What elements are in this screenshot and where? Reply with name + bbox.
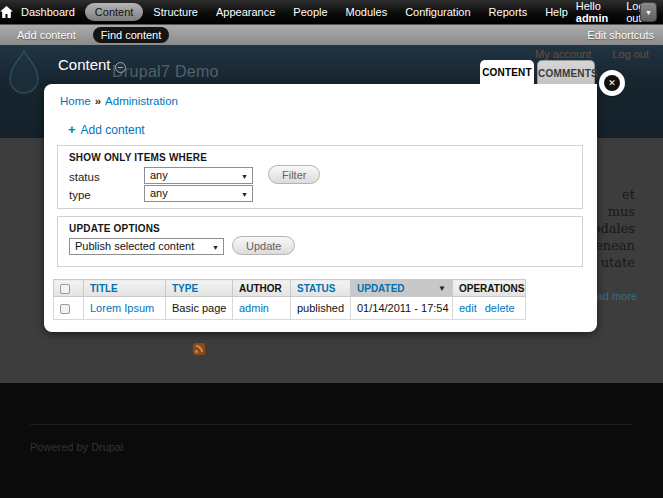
select-all-header xyxy=(54,280,84,297)
node-type: Basic page xyxy=(172,302,226,314)
toolbar-item-reports[interactable]: Reports xyxy=(481,3,536,21)
overlay-close-button[interactable]: ✕ xyxy=(599,70,625,96)
row-checkbox[interactable] xyxy=(60,304,70,314)
toolbar-item-structure[interactable]: Structure xyxy=(145,3,206,21)
header-operations-label: OPERATIONS xyxy=(459,283,524,294)
header-operations: OPERATIONS xyxy=(453,280,526,297)
toolbar-item-people[interactable]: People xyxy=(285,3,335,21)
type-label: type xyxy=(69,189,91,201)
update-action-select[interactable]: Publish selected content ▼ xyxy=(69,238,224,255)
row-title-cell: Lorem Ipsum xyxy=(84,297,166,320)
dimmed-user-links: My account Log out xyxy=(517,48,649,60)
status-label: status xyxy=(69,171,100,183)
toolbar-item-appearance[interactable]: Appearance xyxy=(208,3,283,21)
type-select-value: any xyxy=(150,187,168,199)
overlay-page-title: Content xyxy=(58,56,111,73)
header-author: AUTHOR xyxy=(233,280,291,297)
breadcrumb-admin-link[interactable]: Administration xyxy=(105,95,178,107)
content-overlay-modal: Home»Administration +Add content SHOW ON… xyxy=(44,84,597,332)
tab-content[interactable]: CONTENT xyxy=(480,60,534,84)
toolbar-item-modules[interactable]: Modules xyxy=(338,3,396,21)
sort-title-link[interactable]: TITLE xyxy=(90,283,118,294)
home-icon[interactable] xyxy=(0,6,13,18)
node-status: published xyxy=(297,302,344,314)
row-status-cell: published xyxy=(291,297,351,320)
sort-desc-icon: ▼ xyxy=(438,284,446,293)
status-select[interactable]: any ▼ xyxy=(144,167,253,184)
update-select-value: Publish selected content xyxy=(75,240,194,252)
header-status: STATUS xyxy=(291,280,351,297)
my-account-link-dimmed: My account xyxy=(535,48,591,60)
toolbar-item-dashboard[interactable]: Dashboard xyxy=(13,3,83,21)
toolbar-menu: Dashboard Content Structure Appearance P… xyxy=(13,3,576,21)
chevron-down-icon: ▼ xyxy=(241,169,248,184)
minus-icon: − xyxy=(118,62,124,73)
filter-fieldset-legend: SHOW ONLY ITEMS WHERE xyxy=(69,152,207,163)
sort-type-link[interactable]: TYPE xyxy=(172,283,198,294)
toolbar-item-configuration[interactable]: Configuration xyxy=(397,3,478,21)
username-link[interactable]: admin xyxy=(576,12,608,24)
edit-link[interactable]: edit xyxy=(459,302,477,314)
table-header-row: TITLE TYPE AUTHOR STATUS UPDATED▼ OPERAT… xyxy=(54,280,526,297)
row-type-cell: Basic page xyxy=(166,297,233,320)
node-title-link[interactable]: Lorem Ipsum xyxy=(90,302,154,314)
select-all-checkbox[interactable] xyxy=(60,284,70,294)
logout-link-dimmed: Log out xyxy=(612,48,649,60)
tab-comments[interactable]: COMMENTS xyxy=(537,60,595,84)
status-select-value: any xyxy=(150,169,168,181)
breadcrumb-separator: » xyxy=(95,95,101,107)
toolbar-item-content[interactable]: Content xyxy=(85,3,144,21)
powered-by-text: Powered by Drupal xyxy=(30,441,124,453)
close-icon: ✕ xyxy=(604,75,620,91)
dimmed-page-footer: Powered by Drupal xyxy=(0,383,663,498)
row-operations-cell: editdelete xyxy=(453,297,526,320)
content-table: TITLE TYPE AUTHOR STATUS UPDATED▼ OPERAT… xyxy=(53,279,526,320)
plus-icon: + xyxy=(68,122,76,137)
footer-divider xyxy=(30,424,633,425)
filter-fieldset: SHOW ONLY ITEMS WHERE status any ▼ type … xyxy=(57,145,583,209)
add-content-link[interactable]: Add content xyxy=(81,123,145,137)
author-link[interactable]: admin xyxy=(239,302,269,314)
greeting-prefix: Hello xyxy=(576,0,601,12)
sort-updated-link[interactable]: UPDATED xyxy=(357,283,405,294)
update-options-fieldset: UPDATE OPTIONS Publish selected content … xyxy=(57,216,583,267)
rss-feed-icon xyxy=(193,343,205,355)
add-content-action[interactable]: +Add content xyxy=(68,122,145,137)
edit-shortcuts-link[interactable]: Edit shortcuts xyxy=(587,29,654,41)
shortcut-add-content[interactable]: Add content xyxy=(9,27,84,43)
chevron-down-icon: ▼ xyxy=(645,9,652,16)
filter-button[interactable]: Filter xyxy=(268,165,320,184)
header-type: TYPE xyxy=(166,280,233,297)
admin-toolbar: Dashboard Content Structure Appearance P… xyxy=(0,0,663,24)
header-title: TITLE xyxy=(84,280,166,297)
drupal-logo-icon xyxy=(6,49,42,99)
sort-status-link[interactable]: STATUS xyxy=(297,283,336,294)
greeting-text: Hello admin xyxy=(576,0,608,24)
breadcrumb: Home»Administration xyxy=(60,95,178,107)
site-name: Drupal7 Demo xyxy=(112,63,219,81)
header-updated: UPDATED▼ xyxy=(351,280,453,297)
clipped-read-more-link: ad more xyxy=(597,290,637,302)
table-row: Lorem Ipsum Basic page admin published 0… xyxy=(54,297,526,320)
node-updated: 01/14/2011 - 17:54 xyxy=(357,302,449,314)
screen: Dashboard Content Structure Appearance P… xyxy=(0,0,663,498)
row-updated-cell: 01/14/2011 - 17:54 xyxy=(351,297,453,320)
header-author-label: AUTHOR xyxy=(239,283,282,294)
overlay-shrink-icon[interactable]: − xyxy=(115,62,126,73)
chevron-down-icon: ▼ xyxy=(212,240,219,255)
shortcut-find-content[interactable]: Find content xyxy=(93,27,170,43)
breadcrumb-home-link[interactable]: Home xyxy=(60,95,91,107)
update-button[interactable]: Update xyxy=(232,236,295,255)
toolbar-item-help[interactable]: Help xyxy=(537,3,576,21)
chevron-down-icon: ▼ xyxy=(241,187,248,202)
shortcut-bar: Add content Find content Edit shortcuts xyxy=(0,24,663,45)
row-author-cell: admin xyxy=(233,297,291,320)
type-select[interactable]: any ▼ xyxy=(144,185,253,202)
update-fieldset-legend: UPDATE OPTIONS xyxy=(69,223,160,234)
toolbar-drawer-toggle[interactable]: ▼ xyxy=(640,2,657,22)
row-select-cell xyxy=(54,297,84,320)
delete-link[interactable]: delete xyxy=(485,302,515,314)
